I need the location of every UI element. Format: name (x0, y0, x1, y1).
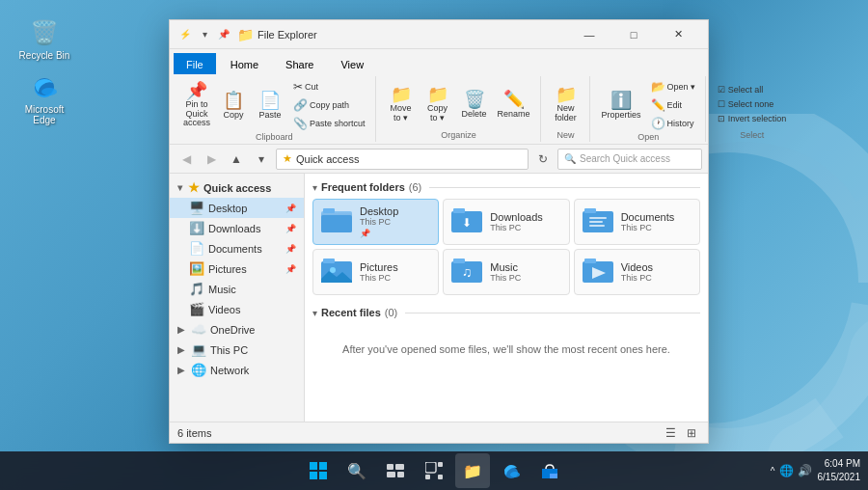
rename-button[interactable]: ✏️ Rename (494, 89, 534, 121)
copy-path-icon: 🔗 (293, 98, 308, 112)
taskbar-center: 🔍 📁 (301, 453, 567, 488)
sidebar-this-pc-label: This PC (210, 344, 248, 356)
desktop-folder-pin: 📌 (360, 229, 398, 238)
volume-tray-icon[interactable]: 🔊 (798, 464, 812, 477)
sidebar-item-downloads[interactable]: ⬇️ Downloads 📌 (170, 218, 304, 238)
downloads-folder-info: Downloads This PC (490, 211, 542, 232)
file-explorer-taskbar[interactable]: 📁 (455, 453, 490, 488)
refresh-button[interactable]: ↻ (532, 149, 554, 170)
select-none-button[interactable]: ☐ Select none (714, 97, 790, 111)
copy-to-button[interactable]: 📁 Copyto ▾ (420, 84, 455, 125)
desktop-icon-recycle-bin[interactable]: 🗑️ Recycle Bin (14, 14, 75, 65)
sidebar-music-label: Music (208, 284, 236, 295)
copy-to-icon: 📁 (427, 86, 448, 103)
documents-folder-icon (583, 205, 613, 238)
documents-sidebar-icon: 📄 (189, 241, 204, 256)
folder-grid: Desktop This PC 📌 ⬇ (312, 199, 700, 295)
paste-icon: 📄 (259, 92, 281, 109)
tab-view[interactable]: View (328, 53, 376, 74)
forward-button[interactable]: ▶ (201, 149, 222, 170)
widgets-button[interactable] (417, 453, 451, 488)
up-button[interactable]: ▲ (226, 149, 247, 170)
svg-rect-28 (387, 464, 393, 470)
clipboard-small-buttons: ✂ Cut 🔗 Copy path 📎 Paste shortcut (289, 78, 369, 132)
folder-item-desktop[interactable]: Desktop This PC 📌 (312, 199, 439, 245)
sidebar-item-videos[interactable]: 🎬 Videos (170, 299, 304, 319)
tray-arrow[interactable]: ^ (771, 466, 775, 476)
folder-item-music[interactable]: ♫ Music This PC (443, 249, 569, 295)
select-label: Select (740, 130, 764, 140)
search-box[interactable]: 🔍 Search Quick access (557, 149, 702, 170)
folder-item-pictures[interactable]: Pictures This PC (312, 249, 439, 295)
open-button[interactable]: 📂 Open ▾ (647, 78, 700, 95)
onedrive-sidebar-icon: ☁️ (191, 322, 206, 337)
recycle-bin-icon: 🗑️ (29, 17, 60, 48)
paste-shortcut-button[interactable]: 📎 Paste shortcut (289, 115, 369, 132)
cut-button[interactable]: ✂ Cut (289, 78, 369, 95)
svg-text:♫: ♫ (462, 264, 473, 280)
open-small-buttons: 📂 Open ▾ ✏️ Edit 🕐 History (647, 78, 700, 132)
recent-locations-button[interactable]: ▾ (251, 149, 272, 170)
select-small-buttons: ☑ Select all ☐ Select none ⊡ Invert sele… (714, 83, 790, 125)
frequent-folders-toggle[interactable]: ▾ (312, 182, 317, 193)
search-placeholder: Search Quick access (580, 153, 670, 164)
recycle-bin-label: Recycle Bin (19, 50, 70, 61)
svg-rect-34 (438, 462, 443, 467)
copy-button[interactable]: 📋 Copy (216, 90, 251, 122)
sidebar-item-this-pc[interactable]: ▶ 💻 This PC (170, 340, 304, 360)
sidebar-item-music[interactable]: 🎵 Music (170, 279, 304, 299)
svg-rect-11 (584, 208, 596, 213)
window-controls: — □ ✕ (567, 20, 700, 49)
svg-text:⬇: ⬇ (462, 216, 472, 230)
move-to-button[interactable]: 📁 Moveto ▾ (384, 84, 419, 125)
pictures-folder-location: This PC (360, 273, 398, 283)
title-up-arrow: ▾ (197, 27, 212, 42)
svg-rect-19 (453, 259, 465, 263)
edit-button[interactable]: ✏️ Edit (647, 96, 700, 114)
new-folder-button[interactable]: 📁 Newfolder (549, 84, 583, 125)
pin-to-quick-access-button[interactable]: 📌 Pin to Quickaccess (179, 80, 214, 131)
list-view-button[interactable]: ☰ (662, 424, 679, 442)
address-path[interactable]: ★ Quick access (276, 149, 529, 170)
tab-home[interactable]: Home (218, 53, 271, 74)
copy-path-button[interactable]: 🔗 Copy path (289, 96, 369, 114)
tab-file[interactable]: File (174, 53, 216, 74)
task-view-button[interactable] (378, 453, 413, 488)
invert-selection-button[interactable]: ⊡ Invert selection (714, 112, 790, 125)
edge-taskbar[interactable] (494, 453, 529, 488)
organize-buttons: 📁 Moveto ▾ 📁 Copyto ▾ 🗑️ Delete ✏️ (384, 78, 534, 130)
music-folder-name: Music (490, 261, 521, 273)
back-button[interactable]: ◀ (176, 149, 197, 170)
store-taskbar[interactable] (532, 453, 567, 488)
sidebar-item-network[interactable]: ▶ 🌐 Network (170, 360, 304, 380)
tab-share[interactable]: Share (273, 53, 326, 74)
clipboard-label: Clipboard (256, 132, 293, 142)
folder-item-videos[interactable]: Videos This PC (574, 249, 700, 295)
minimize-button[interactable]: — (567, 20, 611, 49)
history-button[interactable]: 🕐 History (647, 115, 700, 132)
sidebar-item-pictures[interactable]: 🖼️ Pictures 📌 (170, 259, 304, 279)
taskbar-time-display[interactable]: 6:04 PM 6/15/2021 (818, 457, 861, 484)
sidebar-quick-access[interactable]: ▾ ★ Quick access (170, 177, 304, 198)
new-folder-icon: 📁 (556, 86, 577, 103)
start-button[interactable] (301, 453, 336, 488)
folder-item-downloads[interactable]: ⬇ Downloads This PC (443, 199, 569, 245)
grid-view-button[interactable]: ⊞ (683, 424, 700, 442)
frequent-folders-title: Frequent folders (321, 181, 405, 193)
maximize-button[interactable]: □ (611, 20, 656, 49)
folder-item-documents[interactable]: Documents This PC (574, 199, 700, 245)
delete-button[interactable]: 🗑️ Delete (457, 89, 492, 121)
new-buttons: 📁 Newfolder (549, 78, 583, 130)
close-button[interactable]: ✕ (656, 20, 700, 49)
frequent-folders-header: ▾ Frequent folders (6) (312, 181, 700, 193)
select-all-button[interactable]: ☑ Select all (714, 83, 790, 96)
sidebar-item-documents[interactable]: 📄 Documents 📌 (170, 238, 304, 259)
properties-button[interactable]: ℹ️ Properties (598, 90, 645, 122)
search-button[interactable]: 🔍 (339, 453, 374, 488)
sidebar-item-onedrive[interactable]: ▶ ☁️ OneDrive (170, 319, 304, 340)
desktop-folder-location: This PC (360, 217, 398, 227)
paste-button[interactable]: 📄 Paste (253, 90, 287, 122)
desktop-icon-ms-edge[interactable]: MicrosoftEdge (14, 68, 75, 129)
sidebar-item-desktop[interactable]: 🖥️ Desktop 📌 (170, 198, 304, 218)
recent-files-toggle[interactable]: ▾ (312, 308, 317, 318)
